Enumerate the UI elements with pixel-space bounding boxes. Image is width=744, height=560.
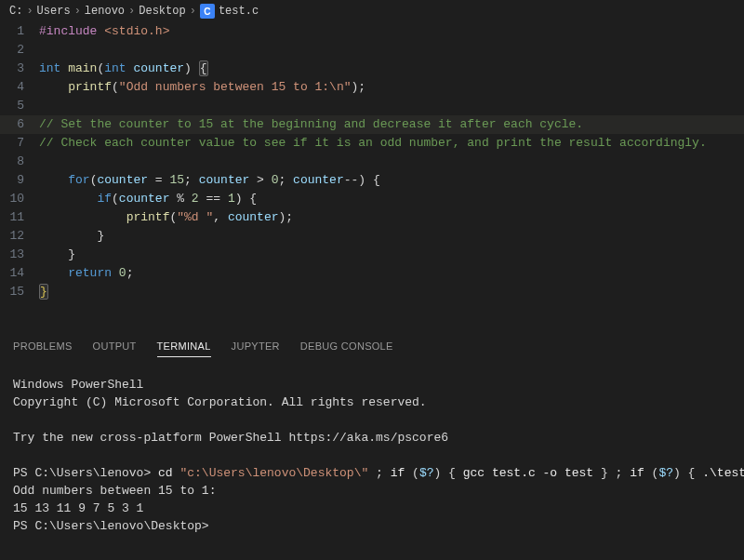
line-number: 8 <box>0 153 35 171</box>
code-line[interactable]: 11 printf("%d ", counter); <box>0 208 744 227</box>
line-number: 13 <box>0 246 35 264</box>
terminal-line: Windows PowerShell <box>13 376 731 393</box>
tab-debug-console[interactable]: DEBUG CONSOLE <box>300 340 393 357</box>
panel-tabs: PROBLEMSOUTPUTTERMINALJUPYTERDEBUG CONSO… <box>13 329 731 363</box>
terminal-output[interactable]: Windows PowerShellCopyright (C) Microsof… <box>13 376 731 535</box>
breadcrumb-sep-icon: › <box>26 5 33 18</box>
code-line[interactable]: 7// Check each counter value to see if i… <box>0 134 744 153</box>
c-file-icon: C <box>200 4 215 19</box>
code-content[interactable]: } <box>35 283 744 301</box>
line-number: 11 <box>0 208 35 227</box>
code-line[interactable]: 8 <box>0 153 744 171</box>
code-line[interactable]: 12 } <box>0 227 744 246</box>
tab-terminal[interactable]: TERMINAL <box>157 340 211 357</box>
breadcrumb-part[interactable]: Users <box>37 5 71 18</box>
code-line[interactable]: 13 } <box>0 246 744 264</box>
line-number: 15 <box>0 283 35 301</box>
line-number: 5 <box>0 97 35 115</box>
breadcrumb-sep-icon: › <box>74 5 81 18</box>
code-content[interactable]: int main(int counter) { <box>35 60 744 78</box>
code-line[interactable]: 15} <box>0 283 744 301</box>
breadcrumb: C: › Users › lenovo › Desktop › C test.c <box>0 0 744 22</box>
line-number: 12 <box>0 227 35 246</box>
breadcrumb-file[interactable]: test.c <box>219 5 259 18</box>
code-content[interactable]: printf("%d ", counter); <box>35 208 744 227</box>
code-line[interactable]: 9 for(counter = 15; counter > 0; counter… <box>0 171 744 190</box>
tab-problems[interactable]: PROBLEMS <box>13 340 73 357</box>
breadcrumb-sep-icon: › <box>128 5 135 18</box>
code-line[interactable]: 5 <box>0 97 744 115</box>
code-line[interactable]: 14 return 0; <box>0 264 744 283</box>
terminal-line: Odd numbers between 15 to 1: <box>13 482 731 500</box>
terminal-line: PS C:\Users\lenovo> cd "c:\Users\lenovo\… <box>13 464 731 482</box>
code-content[interactable] <box>35 97 744 115</box>
code-content[interactable]: if(counter % 2 == 1) { <box>35 190 744 208</box>
code-content[interactable]: // Set the counter to 15 at the beginnin… <box>35 115 744 134</box>
code-content[interactable]: return 0; <box>35 264 744 283</box>
line-number: 3 <box>0 60 35 78</box>
code-content[interactable]: #include <stdio.h> <box>35 22 744 41</box>
line-number: 10 <box>0 190 35 208</box>
terminal-line <box>13 411 731 429</box>
code-content[interactable]: } <box>35 246 744 264</box>
terminal-line <box>13 447 731 464</box>
code-line[interactable]: 6// Set the counter to 15 at the beginni… <box>0 115 744 134</box>
code-content[interactable]: for(counter = 15; counter > 0; counter--… <box>35 171 744 190</box>
line-number: 1 <box>0 22 35 41</box>
terminal-line: Try the new cross-platform PowerShell ht… <box>13 429 731 447</box>
code-content[interactable]: printf("Odd numbers between 15 to 1:\n")… <box>35 78 744 97</box>
line-number: 6 <box>0 115 35 134</box>
line-number: 7 <box>0 134 35 153</box>
code-line[interactable]: 10 if(counter % 2 == 1) { <box>0 190 744 208</box>
breadcrumb-part[interactable]: C: <box>9 5 22 18</box>
breadcrumb-part[interactable]: lenovo <box>85 5 125 18</box>
code-content[interactable] <box>35 153 744 171</box>
line-number: 2 <box>0 41 35 60</box>
code-content[interactable]: } <box>35 227 744 246</box>
terminal-line: Copyright (C) Microsoft Corporation. All… <box>13 393 731 411</box>
terminal-line: 15 13 11 9 7 5 3 1 <box>13 500 731 517</box>
line-number: 4 <box>0 78 35 97</box>
breadcrumb-sep-icon: › <box>190 5 196 18</box>
code-line[interactable]: 4 printf("Odd numbers between 15 to 1:\n… <box>0 78 744 97</box>
code-line[interactable]: 2 <box>0 41 744 60</box>
bottom-panel: PROBLEMSOUTPUTTERMINALJUPYTERDEBUG CONSO… <box>0 329 744 535</box>
breadcrumb-part[interactable]: Desktop <box>139 5 185 18</box>
code-line[interactable]: 3int main(int counter) { <box>0 60 744 78</box>
code-editor[interactable]: 1#include <stdio.h>2 3int main(int count… <box>0 22 744 301</box>
line-number: 14 <box>0 264 35 283</box>
tab-jupyter[interactable]: JUPYTER <box>232 340 280 357</box>
tab-output[interactable]: OUTPUT <box>93 340 137 357</box>
code-line[interactable]: 1#include <stdio.h> <box>0 22 744 41</box>
code-content[interactable] <box>35 41 744 60</box>
line-number: 9 <box>0 171 35 190</box>
terminal-line: PS C:\Users\lenovo\Desktop> <box>13 517 731 535</box>
code-content[interactable]: // Check each counter value to see if it… <box>35 134 744 153</box>
